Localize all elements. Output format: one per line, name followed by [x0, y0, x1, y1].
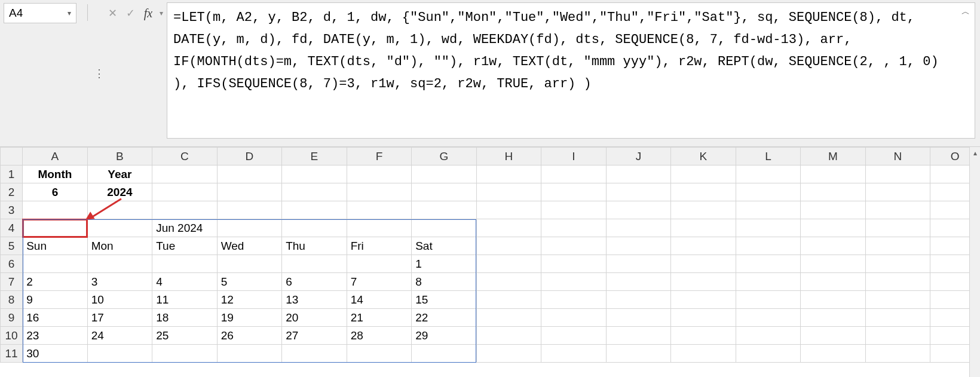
row-header-8[interactable]: 8: [1, 291, 23, 309]
cell-F4[interactable]: [347, 219, 412, 237]
cell-B1[interactable]: Year: [87, 165, 152, 183]
cell-A5[interactable]: Sun: [23, 237, 88, 255]
cell-A2[interactable]: 6: [23, 183, 88, 201]
cell-H8[interactable]: [476, 291, 541, 309]
cell-C5[interactable]: Tue: [152, 237, 218, 255]
cell-L10[interactable]: [736, 327, 801, 345]
cell-A10[interactable]: 23: [23, 327, 88, 345]
cell-M4[interactable]: [801, 219, 866, 237]
cell-G8[interactable]: 15: [412, 291, 477, 309]
cell-L4[interactable]: [736, 219, 801, 237]
cell-L2[interactable]: [736, 183, 801, 201]
cell-E9[interactable]: 20: [282, 309, 347, 327]
chevron-down-icon[interactable]: ▾: [160, 9, 163, 17]
cell-F11[interactable]: [347, 345, 412, 363]
cell-L8[interactable]: [736, 291, 801, 309]
cell-B2[interactable]: 2024: [87, 183, 152, 201]
cell-H6[interactable]: [476, 255, 541, 273]
cell-J1[interactable]: [606, 165, 671, 183]
cell-H1[interactable]: [476, 165, 541, 183]
col-header-D[interactable]: D: [217, 148, 282, 165]
cell-C6[interactable]: [152, 255, 218, 273]
cell-A4[interactable]: [23, 219, 88, 237]
cell-J3[interactable]: [606, 201, 671, 219]
scroll-up-icon[interactable]: ▴: [973, 149, 977, 157]
col-header-H[interactable]: H: [476, 148, 541, 165]
cell-K2[interactable]: [671, 183, 736, 201]
cell-J5[interactable]: [606, 237, 671, 255]
col-header-A[interactable]: A: [23, 148, 88, 165]
cell-D4[interactable]: [217, 219, 282, 237]
cell-G5[interactable]: Sat: [412, 237, 477, 255]
row-header-2[interactable]: 2: [1, 183, 23, 201]
cell-M10[interactable]: [801, 327, 866, 345]
cell-N11[interactable]: [865, 345, 930, 363]
cell-A6[interactable]: [23, 255, 88, 273]
cell-N5[interactable]: [865, 237, 930, 255]
cell-H11[interactable]: [476, 345, 541, 363]
cell-C10[interactable]: 25: [152, 327, 218, 345]
cell-E8[interactable]: 13: [282, 291, 347, 309]
cell-C4[interactable]: Jun 2024: [152, 219, 218, 237]
cell-M11[interactable]: [801, 345, 866, 363]
cell-K4[interactable]: [671, 219, 736, 237]
cell-I7[interactable]: [541, 273, 607, 291]
cell-D1[interactable]: [217, 165, 282, 183]
cell-N6[interactable]: [865, 255, 930, 273]
cell-J10[interactable]: [606, 327, 671, 345]
cell-I8[interactable]: [541, 291, 607, 309]
cell-K3[interactable]: [671, 201, 736, 219]
cell-J6[interactable]: [606, 255, 671, 273]
cell-I10[interactable]: [541, 327, 607, 345]
cell-L6[interactable]: [736, 255, 801, 273]
cell-D6[interactable]: [217, 255, 282, 273]
row-header-5[interactable]: 5: [1, 237, 23, 255]
cell-A11[interactable]: 30: [23, 345, 88, 363]
vertical-scrollbar[interactable]: ▴: [969, 147, 980, 377]
cell-G10[interactable]: 29: [412, 327, 477, 345]
col-header-G[interactable]: G: [412, 148, 477, 165]
cell-N8[interactable]: [865, 291, 930, 309]
cell-A9[interactable]: 16: [23, 309, 88, 327]
cell-I9[interactable]: [541, 309, 607, 327]
cell-I4[interactable]: [541, 219, 607, 237]
cell-B8[interactable]: 10: [87, 291, 152, 309]
cell-K1[interactable]: [671, 165, 736, 183]
cell-C3[interactable]: [152, 201, 218, 219]
cell-M2[interactable]: [801, 183, 866, 201]
col-header-E[interactable]: E: [282, 148, 347, 165]
cell-B3[interactable]: [87, 201, 152, 219]
cell-G6[interactable]: 1: [412, 255, 477, 273]
more-icon[interactable]: ⋮: [93, 63, 106, 84]
cell-E7[interactable]: 6: [282, 273, 347, 291]
cell-E5[interactable]: Thu: [282, 237, 347, 255]
cell-H10[interactable]: [476, 327, 541, 345]
col-header-L[interactable]: L: [736, 148, 801, 165]
col-header-J[interactable]: J: [606, 148, 671, 165]
cell-D3[interactable]: [217, 201, 282, 219]
row-header-10[interactable]: 10: [1, 327, 23, 345]
cell-C8[interactable]: 11: [152, 291, 218, 309]
row-header-7[interactable]: 7: [1, 273, 23, 291]
cell-L9[interactable]: [736, 309, 801, 327]
cell-H9[interactable]: [476, 309, 541, 327]
cell-E2[interactable]: [282, 183, 347, 201]
cell-K7[interactable]: [671, 273, 736, 291]
cell-M1[interactable]: [801, 165, 866, 183]
cell-B9[interactable]: 17: [87, 309, 152, 327]
cell-J4[interactable]: [606, 219, 671, 237]
cell-N1[interactable]: [865, 165, 930, 183]
cell-M9[interactable]: [801, 309, 866, 327]
col-header-I[interactable]: I: [541, 148, 607, 165]
select-all-corner[interactable]: [1, 148, 23, 165]
cell-C2[interactable]: [152, 183, 218, 201]
cell-F9[interactable]: 21: [347, 309, 412, 327]
cell-B5[interactable]: Mon: [87, 237, 152, 255]
cell-G3[interactable]: [412, 201, 477, 219]
cell-A3[interactable]: [23, 201, 88, 219]
cell-F1[interactable]: [347, 165, 412, 183]
cell-G11[interactable]: [412, 345, 477, 363]
cell-L3[interactable]: [736, 201, 801, 219]
col-header-K[interactable]: K: [671, 148, 736, 165]
cell-K5[interactable]: [671, 237, 736, 255]
